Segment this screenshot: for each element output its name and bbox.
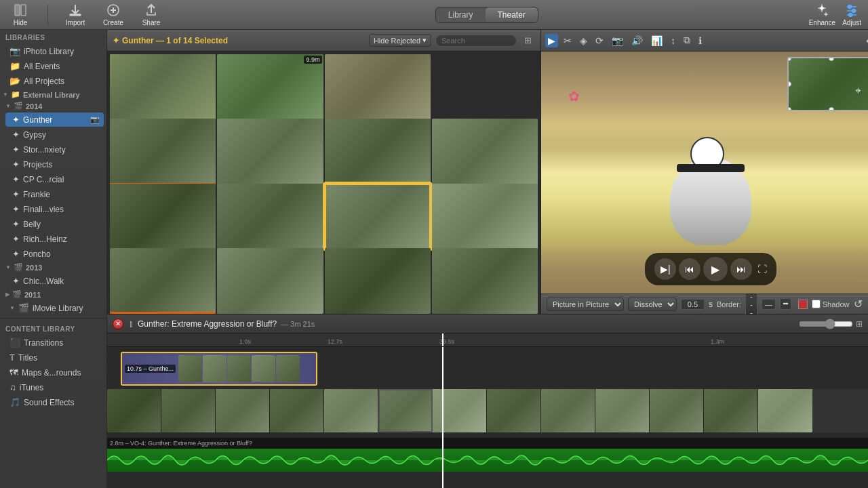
main-frame-3: [216, 389, 270, 432]
photo-thumb-9[interactable]: [217, 184, 323, 250]
pip-frame-4: [252, 355, 275, 382]
sidebar-item-cp[interactable]: ✦ CP C...rcial: [5, 172, 104, 186]
adjust-button[interactable]: Adjust: [842, 3, 861, 26]
external-library-group[interactable]: ▼ 📁 External Library: [0, 89, 106, 100]
viewer-adjust-button[interactable]: ⟳: [593, 34, 606, 47]
create-button[interactable]: Create: [100, 3, 127, 26]
border-style-dash[interactable]: ---: [745, 291, 757, 318]
color-picker[interactable]: [798, 300, 808, 309]
folder-icon: 📁: [11, 90, 20, 99]
tab-theater[interactable]: Theater: [486, 7, 538, 22]
fullscreen-button[interactable]: ⛶: [757, 264, 767, 274]
pip-overlay[interactable]: ⌖: [787, 57, 868, 111]
rotate-left-button[interactable]: ↺: [854, 298, 863, 310]
films-icon-2013: 🎬: [14, 263, 23, 272]
photo-thumb-11[interactable]: [432, 184, 538, 250]
sidebar-item-transitions[interactable]: ⬛ Transitions: [3, 336, 104, 350]
sidebar-item-rich[interactable]: ✦ Rich...Heinz: [5, 232, 104, 246]
sidebar-item-belly[interactable]: ✦ Belly: [5, 217, 104, 231]
main-frame-13: [758, 389, 812, 432]
duration-input[interactable]: [681, 299, 705, 310]
sidebar-item-titles[interactable]: T Titles: [3, 350, 104, 365]
timeline-playhead[interactable]: [442, 333, 443, 346]
sidebar-divider: [0, 318, 106, 319]
photo-thumb-2[interactable]: 9.9m: [217, 54, 323, 121]
viewer-undo-button[interactable]: ↩: [863, 34, 868, 47]
star-event-icon-7: ✦: [12, 204, 20, 214]
sidebar-item-maps[interactable]: 🗺 Maps &...rounds: [3, 365, 104, 380]
photo-thumb-3[interactable]: [325, 54, 431, 121]
viewer-stabilize-button[interactable]: ⧉: [681, 33, 693, 47]
libraries-label: LIBRARIES: [0, 30, 106, 43]
fast-forward-button[interactable]: ⏭: [730, 258, 752, 280]
photo-thumb-12[interactable]: [110, 248, 216, 314]
year-2013-label[interactable]: ▼ 🎬 2013: [3, 262, 106, 273]
viewer-filter-button[interactable]: ◈: [577, 34, 590, 47]
year-2014-label[interactable]: ▼ 🎬 2014: [3, 100, 106, 112]
photo-thumb-5[interactable]: [217, 119, 323, 185]
sidebar-item-chic[interactable]: ✦ Chic...Walk: [5, 274, 104, 288]
photo-thumb-8[interactable]: [110, 184, 216, 250]
shadow-checkbox[interactable]: [812, 300, 821, 308]
viewer-transform-button[interactable]: ↕: [668, 34, 678, 47]
photo-thumb-15[interactable]: [432, 248, 538, 314]
search-input[interactable]: [435, 35, 517, 47]
viewer-crop-button[interactable]: ✂: [561, 34, 574, 47]
pip-mode-select[interactable]: Picture in Picture: [547, 298, 624, 311]
year-2013-group: ▼ 🎬 2013 ✦ Chic...Walk: [0, 262, 106, 288]
sidebar-item-gunther[interactable]: ✦ Gunther 📷: [5, 113, 104, 127]
rewind-button[interactable]: ⏮: [679, 258, 701, 280]
sidebar-item-poncho[interactable]: ✦ Poncho: [5, 247, 104, 261]
border-style-thin[interactable]: —: [762, 299, 776, 310]
border-style-thick[interactable]: ━: [780, 298, 791, 310]
tab-library[interactable]: Library: [436, 7, 486, 22]
photo-thumb-1[interactable]: [110, 54, 216, 121]
pip-frame-2: [203, 355, 226, 382]
viewer-play-button[interactable]: ▶: [545, 34, 558, 47]
year-2011-label[interactable]: ▶ 🎬 2011: [3, 289, 106, 300]
sidebar-item-sound-effects[interactable]: 🎵 Sound Effects: [3, 395, 104, 409]
sidebar-item-frankie[interactable]: ✦ Frankie: [5, 187, 104, 201]
sidebar-item-projects[interactable]: ✦ Projects: [5, 157, 104, 171]
reject-filter-button[interactable]: Hide Rejected ▾: [369, 34, 431, 47]
share-button[interactable]: Share: [138, 3, 165, 26]
viewer-camera-button[interactable]: 📷: [609, 34, 626, 47]
grid-view-button[interactable]: ⊞: [521, 33, 535, 47]
import-button[interactable]: Import: [62, 3, 89, 26]
play-mode-button[interactable]: ▶|: [654, 258, 676, 280]
flower-icon: ✿: [568, 88, 580, 104]
sidebar-item-all-projects[interactable]: 📂 All Projects: [3, 74, 104, 88]
play-pause-button[interactable]: ▶: [703, 257, 728, 281]
main-video-clip[interactable]: [107, 389, 868, 432]
pip-handle-bl[interactable]: [787, 107, 791, 111]
pip-clip[interactable]: 10.7s – Gunthe...: [121, 352, 317, 386]
shadow-checkbox-label[interactable]: Shadow: [812, 300, 850, 308]
photo-thumb-13[interactable]: [217, 248, 323, 314]
photo-thumb-14[interactable]: [325, 248, 431, 314]
viewer-volume-button[interactable]: 🔊: [629, 34, 646, 47]
sound-icon: 🎵: [9, 397, 20, 407]
viewer-stats-button[interactable]: 📊: [648, 34, 665, 47]
hide-button[interactable]: Hide: [7, 3, 34, 26]
photo-thumb-10[interactable]: [325, 184, 431, 250]
photo-thumb-6[interactable]: [325, 119, 431, 185]
color-red[interactable]: [798, 300, 808, 309]
photo-thumb-4[interactable]: [110, 119, 216, 185]
sidebar-item-iphoto[interactable]: 📷 iPhoto Library: [3, 44, 104, 58]
photo-thumb-7[interactable]: [432, 119, 538, 185]
viewer-info-button[interactable]: ℹ: [696, 34, 705, 47]
enhance-button[interactable]: Enhance: [809, 3, 835, 26]
sidebar-item-gypsy[interactable]: ✦ Gypsy: [5, 127, 104, 142]
sidebar-item-story[interactable]: ✦ Stor...nxiety: [5, 142, 104, 157]
zoom-slider[interactable]: [799, 319, 853, 329]
sidebar-item-itunes[interactable]: ♫ iTunes: [3, 380, 104, 394]
transition-select[interactable]: Dissolve: [628, 298, 677, 311]
pip-handle-bm[interactable]: [829, 107, 834, 111]
sidebar-item-all-events[interactable]: 📁 All Events: [3, 59, 104, 73]
timeline-close-button[interactable]: ✕: [113, 319, 123, 329]
waveform-svg: [107, 449, 868, 472]
timeline-grid-button[interactable]: ⊞: [856, 319, 863, 329]
viewer-panel: ▶ ✂ ◈ ⟳ 📷 🔊 📊 ↕ ⧉ ℹ ↩: [541, 30, 868, 314]
sidebar-item-imovie-library[interactable]: ▼ 🎬 iMovie Library: [3, 301, 104, 315]
sidebar-item-finali[interactable]: ✦ Finali...vies: [5, 202, 104, 216]
